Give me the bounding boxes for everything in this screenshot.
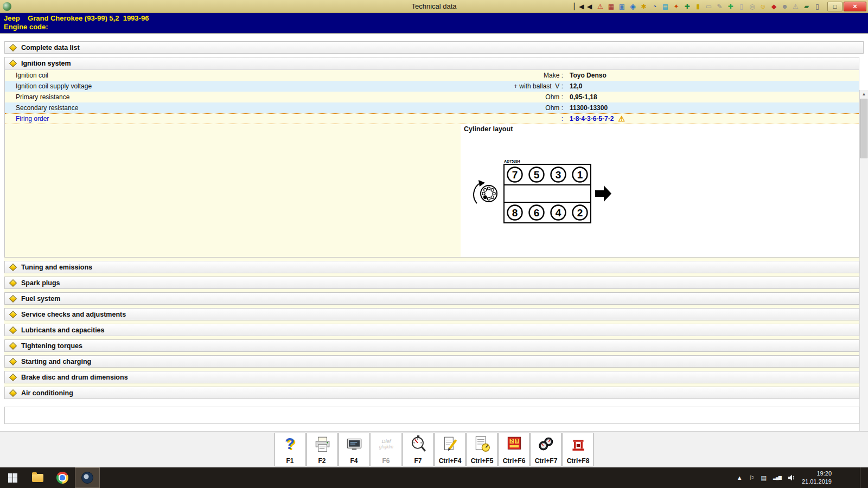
section-spark-plugs[interactable]: Spark plugs xyxy=(4,277,859,289)
globe-icon[interactable]: ◉ xyxy=(628,2,637,11)
diamond-icon xyxy=(9,389,17,396)
taskbar-time: 19:20 xyxy=(802,470,832,478)
diagnostics-icon[interactable]: ▦ xyxy=(607,2,616,11)
svg-text:?: ? xyxy=(284,435,294,452)
chrome-icon xyxy=(56,472,68,484)
help-button[interactable]: ? ? F1 xyxy=(275,433,305,466)
measure-gauge-icon xyxy=(410,435,427,454)
gauge-icon[interactable]: ◔ xyxy=(650,2,659,11)
section-ignition-system[interactable]: Ignition system xyxy=(5,57,859,70)
data-row-ignition-coil[interactable]: Ignition coil Make : Toyo Denso xyxy=(5,70,859,81)
row-label: Ignition coil supply voltage xyxy=(5,82,384,90)
taskbar: ▲ ⚐ ▤ ▂▄▆ 19:20 21.01.2019 xyxy=(0,467,868,488)
row-value: 0,95-1,18 xyxy=(570,93,597,101)
manual-icon[interactable]: ▯ xyxy=(813,2,822,11)
tools-icon[interactable]: ✱ xyxy=(639,2,648,11)
technical-data-app-button[interactable] xyxy=(75,467,100,488)
pencil-icon[interactable]: ✎ xyxy=(715,2,724,11)
user-icon[interactable]: ☻ xyxy=(780,2,789,11)
start-button[interactable] xyxy=(0,467,25,488)
add-icon[interactable]: ✚ xyxy=(682,2,692,11)
row-param: Make : xyxy=(384,72,563,79)
complete-data-list-header[interactable]: Complete data list xyxy=(4,41,864,54)
laptop-icon[interactable]: ▯ xyxy=(737,2,746,11)
network-icon[interactable]: ▂▄▆ xyxy=(773,476,781,480)
svg-text:2: 2 xyxy=(510,438,513,444)
print-icon xyxy=(314,435,331,454)
action-center-icon[interactable]: ⚐ xyxy=(749,475,755,481)
first-page-button[interactable]: ▏◀ xyxy=(574,2,583,11)
windows-logo-icon xyxy=(8,473,17,483)
warning-triangle-icon[interactable]: ⚠ xyxy=(618,115,625,123)
hidden-icons-button[interactable]: ▲ xyxy=(737,475,743,481)
scroll-up-button[interactable]: ▲ xyxy=(860,90,868,99)
diamond-icon xyxy=(9,357,17,365)
section-starting-charging[interactable]: Starting and charging xyxy=(4,355,859,368)
section-label: Spark plugs xyxy=(21,279,60,287)
lift-button[interactable]: Ctrl+F8 xyxy=(563,433,593,466)
section-air-conditioning[interactable]: Air conditioning xyxy=(4,387,859,399)
vehicle-title: Jeep Grand Cherokee (93-99) 5,2 1993-96 xyxy=(4,14,864,22)
section-lubricants-capacities[interactable]: Lubricants and capacities xyxy=(4,324,859,336)
hazard-icon[interactable]: ⚠ xyxy=(791,2,800,11)
fkey-label: F6 xyxy=(382,457,390,465)
section-label: Air conditioning xyxy=(21,389,73,397)
cylinder-layout-region: Cylinder layout AD75384 7 5 xyxy=(5,124,859,257)
taskbar-clock[interactable]: 19:20 21.01.2019 xyxy=(802,470,832,486)
row-value: Toyo Denso xyxy=(570,72,607,79)
row-label: Firing order xyxy=(5,115,384,123)
vertical-scrollbar[interactable]: ▲ ▼ xyxy=(859,90,868,457)
section-fuel-system[interactable]: Fuel system xyxy=(4,292,859,305)
section-label: Tightening torques xyxy=(21,342,82,350)
first-aid-icon[interactable]: ✚ xyxy=(726,2,735,11)
screen-view-button[interactable]: F4 xyxy=(339,433,369,466)
chrome-button[interactable] xyxy=(50,467,75,488)
warning-icon[interactable]: ⚠ xyxy=(596,2,605,11)
section-tightening-torques[interactable]: Tightening torques xyxy=(4,339,859,352)
data-row-secondary-resistance[interactable]: Secondary resistance Ohm : 11300-13300 xyxy=(5,102,859,113)
keyboard-icon[interactable]: ▤ xyxy=(761,475,767,481)
wrench-icon[interactable]: ✦ xyxy=(672,2,681,11)
gauges-button[interactable]: Ctrl+F7 xyxy=(531,433,561,466)
show-desktop-button[interactable] xyxy=(860,467,863,488)
fkey-label: F2 xyxy=(318,457,326,465)
disc-icon[interactable]: ◎ xyxy=(748,2,757,11)
section-label: Fuel system xyxy=(21,295,60,303)
alert-icon[interactable]: ◆ xyxy=(769,2,778,11)
data-row-coil-supply-voltage[interactable]: Ignition coil supply voltage + with ball… xyxy=(5,81,859,92)
fkey-label: Ctrl+F5 xyxy=(471,457,494,465)
section-service-checks[interactable]: Service checks and adjustments xyxy=(4,308,859,320)
section-brake-disc-drum[interactable]: Brake disc and drum dimensions xyxy=(4,371,859,383)
scrollbar-thumb[interactable] xyxy=(860,99,867,158)
volume-icon[interactable] xyxy=(788,474,795,481)
measurement-button[interactable]: F7 xyxy=(403,433,433,466)
data-values-button[interactable]: Ctrl+F5 xyxy=(467,433,497,466)
row-param: Ohm : xyxy=(384,104,563,112)
lift-icon xyxy=(570,435,587,454)
text-preview-icon: Dief ghijklm xyxy=(378,435,395,454)
restore-button[interactable]: □ xyxy=(827,2,843,11)
photo-icon[interactable]: ▣ xyxy=(617,2,627,11)
monitor-icon[interactable]: ▤ xyxy=(661,2,670,11)
eraser-icon[interactable]: ▭ xyxy=(704,2,713,11)
fkey-label: Ctrl+F7 xyxy=(535,457,558,465)
data-sections-region: Ignition system Ignition coil Make : Toy… xyxy=(4,57,859,399)
data-row-firing-order[interactable]: Firing order : 1-8-4-3-6-5-7-2 ⚠ xyxy=(5,113,859,124)
text-view-button: Dief ghijklm F6 xyxy=(371,433,401,466)
clock-face-icon[interactable]: ☺ xyxy=(758,2,768,11)
print-button[interactable]: F2 xyxy=(307,433,337,466)
edit-notes-button[interactable]: Ctrl+F4 xyxy=(435,433,465,466)
file-explorer-button[interactable] xyxy=(25,467,50,488)
help-icon: ? ? xyxy=(282,435,299,454)
data-list-icon xyxy=(474,435,491,454)
firing-order-value: 1-8-4-3-6-5-7-2 xyxy=(570,115,614,123)
front-direction-arrow-icon xyxy=(595,185,611,202)
row-param: : xyxy=(384,115,563,123)
close-button[interactable]: × xyxy=(844,2,866,11)
data-row-primary-resistance[interactable]: Primary resistance Ohm : 0,95-1,18 xyxy=(5,92,859,102)
battery-icon[interactable]: ▮ xyxy=(693,2,703,11)
back-button[interactable]: ◀ xyxy=(585,2,594,11)
car-icon[interactable]: ▰ xyxy=(802,2,811,11)
capacities-button[interactable]: 2 3 Ctrl+F6 xyxy=(499,433,529,466)
section-tuning-and-emissions[interactable]: Tuning and emissions xyxy=(4,261,859,273)
